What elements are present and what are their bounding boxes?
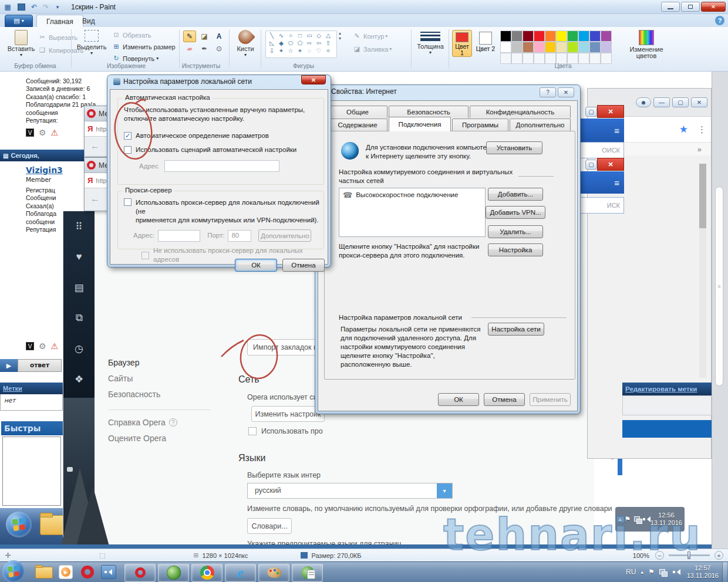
opera-help-link[interactable]: Справка Opera ? — [108, 418, 177, 427]
taskbar-clock[interactable]: 12:5713.11.2016 — [687, 564, 719, 580]
reply-button[interactable]: ответ — [18, 359, 62, 372]
zoom-out-button[interactable]: − — [655, 551, 664, 560]
palette-swatch[interactable] — [511, 42, 523, 53]
network-icon[interactable] — [634, 516, 638, 523]
extensions-icon[interactable]: ❖ — [63, 364, 95, 394]
shape-icon[interactable]: ▭ — [305, 32, 314, 39]
shapes-up-icon[interactable]: ▴ — [339, 31, 341, 36]
shape-icon[interactable]: ⇦ — [314, 39, 323, 47]
taskbar-paint-button[interactable] — [258, 564, 289, 582]
start-button[interactable] — [2, 560, 25, 582]
search-input[interactable]: ИСК — [578, 197, 624, 214]
back-icon[interactable]: ← — [90, 194, 100, 204]
speed-dial-icon[interactable]: ⠿ — [63, 211, 95, 242]
palette-swatch[interactable] — [545, 31, 556, 42]
proxy-checkbox[interactable] — [248, 427, 257, 435]
palette-swatch[interactable] — [500, 31, 511, 42]
palette-swatch[interactable] — [578, 42, 589, 53]
paste-button[interactable]: Вставить ▾ — [7, 30, 35, 57]
use-proxy-row[interactable]: Использовать прокси-сервер для локальных… — [124, 198, 323, 225]
palette-swatch[interactable] — [556, 31, 567, 42]
advanced-button[interactable]: Дополнительно — [258, 229, 311, 242]
history-clock-icon[interactable]: ◷ — [63, 333, 95, 364]
back-icon[interactable]: ← — [90, 141, 100, 151]
magnifier-tool[interactable]: ⊙ — [213, 43, 225, 55]
palette-swatch[interactable] — [567, 31, 578, 42]
action-center-flag-icon[interactable]: ⚑ — [625, 515, 631, 523]
pencil-tool[interactable]: ✎ — [183, 31, 196, 42]
palette-swatch[interactable] — [589, 31, 601, 42]
opera-nav-security[interactable]: Безопасность — [108, 390, 160, 399]
chrome-minimize-button[interactable]: — — [653, 97, 670, 107]
auto-script-row[interactable]: Использовать сценарий автоматической нас… — [124, 146, 323, 154]
settings-button[interactable]: Настройка — [488, 243, 543, 256]
add-button[interactable]: Добавить... — [488, 188, 543, 201]
opera-nav-sites[interactable]: Сайты — [108, 374, 133, 383]
select-button[interactable]: Выделить ▾ — [76, 30, 107, 56]
eraser-tool[interactable]: ▰ — [183, 43, 196, 55]
palette-swatch[interactable] — [523, 42, 534, 53]
close-button[interactable]: ✕ — [701, 2, 726, 12]
shape-icon[interactable]: ⬠ — [295, 39, 305, 47]
filter-icon[interactable]: ≡ — [614, 126, 619, 136]
color2-button[interactable]: Цвет 2 — [476, 30, 496, 57]
change-proxy-button[interactable]: Изменить настройк — [251, 406, 325, 422]
palette-swatch[interactable] — [545, 42, 556, 53]
palette-swatch[interactable] — [601, 31, 612, 42]
shape-icon[interactable]: ⇩ — [267, 47, 277, 55]
search-input[interactable]: ОИСК — [578, 142, 624, 158]
shape-icon[interactable]: □ — [295, 32, 305, 39]
proxy-address-field[interactable] — [158, 230, 200, 242]
news-icon[interactable]: ▤ — [63, 272, 95, 303]
palette-swatch[interactable] — [589, 42, 601, 53]
shape-icon[interactable]: ∿ — [277, 32, 286, 39]
warning-icon[interactable]: ⚠ — [51, 128, 59, 137]
edit-tags-link[interactable]: Редактировать метки — [625, 385, 697, 392]
use-proxy-checkbox[interactable] — [124, 198, 132, 206]
color-picker-tool[interactable]: ✒ — [198, 43, 211, 55]
zoom-in-button[interactable]: + — [714, 551, 723, 560]
warning-icon[interactable]: ⚠ — [51, 341, 59, 351]
dialog-close-button[interactable]: ✕ — [301, 75, 326, 84]
vbulletin-icon[interactable]: V — [26, 342, 34, 350]
show-desktop-button[interactable] — [722, 562, 727, 582]
ok-button[interactable]: ОК — [438, 393, 479, 406]
widget-close-button[interactable]: ✕ — [597, 158, 624, 171]
shapes-down-icon[interactable]: ▾ — [339, 36, 341, 41]
fill-tool[interactable]: ◪ — [198, 31, 211, 42]
outline-button[interactable]: ✎Контур ▾ — [352, 31, 387, 42]
inner-clock[interactable]: 12:5613.11.2016 — [651, 512, 682, 527]
cancel-button[interactable]: Отмена — [484, 393, 525, 406]
shape-icon[interactable]: ⇨ — [305, 39, 314, 47]
widget-restore-button[interactable]: ▢ — [585, 160, 597, 170]
forum-username-link[interactable]: Vizigin3 — [26, 165, 63, 175]
overflow-chevrons-icon[interactable]: » — [697, 145, 702, 154]
cancel-button[interactable]: Отмена — [282, 259, 325, 272]
palette-swatch[interactable] — [556, 42, 567, 53]
widget-restore-button[interactable]: ▢ — [585, 107, 597, 117]
auto-script-checkbox[interactable] — [124, 146, 132, 154]
palette-swatch[interactable] — [500, 42, 511, 53]
palette-swatch[interactable] — [601, 42, 612, 53]
fill-button[interactable]: ◪Заливка ▾ — [352, 43, 392, 55]
forum-quickreply-box[interactable] — [2, 436, 61, 506]
taskbar-chrome-button[interactable] — [191, 564, 223, 582]
chrome-scrollbar[interactable] — [699, 164, 706, 378]
auto-detect-checkbox[interactable]: ✓ — [124, 132, 132, 140]
brushes-button[interactable]: Кисти ▾ — [232, 30, 258, 57]
devices-icon[interactable]: ⧉ — [63, 303, 95, 333]
palette-swatch[interactable] — [523, 31, 534, 42]
taskbar-network-app-button[interactable] — [292, 564, 323, 582]
shape-icon[interactable]: ◇ — [314, 32, 323, 39]
palette-swatch[interactable] — [567, 42, 578, 53]
restore-button[interactable] — [681, 2, 700, 12]
far-scrollbar[interactable]: ≡ — [715, 187, 723, 386]
shape-icon[interactable]: ⇧ — [323, 39, 333, 47]
setup-button[interactable]: Установить — [486, 141, 542, 154]
edit-colors-button[interactable]: Изменение цветов — [629, 30, 663, 59]
add-vpn-button[interactable]: Добавить VPN... — [486, 206, 545, 219]
chrome-restore-button[interactable]: ▢ — [672, 97, 689, 107]
dialog-close-button[interactable]: ✕ — [558, 87, 574, 97]
shape-icon[interactable]: ✶ — [295, 47, 305, 55]
tray-expand-icon[interactable]: ▴ — [619, 516, 622, 522]
